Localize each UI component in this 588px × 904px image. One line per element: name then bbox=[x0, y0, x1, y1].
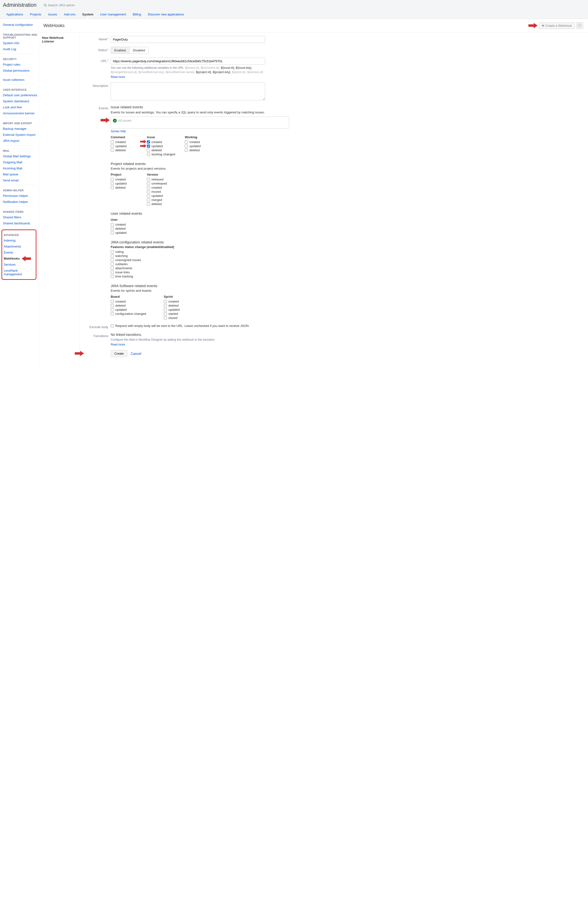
worklog-created-checkbox[interactable]: created bbox=[185, 140, 211, 144]
sidebar-system-info[interactable]: System info bbox=[3, 40, 38, 46]
create-webhook-button[interactable]: ✚ Create a WebHook bbox=[539, 22, 574, 29]
sidebar-notification-helper[interactable]: Notification helper bbox=[3, 199, 38, 205]
sidebar-outgoing-mail[interactable]: Outgoing Mail bbox=[3, 159, 38, 165]
help-button[interactable]: ? bbox=[576, 22, 583, 29]
sidebar: General configuration TROUBLESHOOTING AN… bbox=[0, 19, 39, 368]
admin-search[interactable]: Search JIRA admin bbox=[44, 3, 74, 7]
sidebar-audit-log[interactable]: Audit Log bbox=[3, 46, 38, 52]
sidebar-webhooks[interactable]: WebHooks bbox=[4, 256, 20, 262]
version-deleted-checkbox[interactable]: deleted bbox=[147, 202, 173, 206]
worklog-deleted-checkbox[interactable]: deleted bbox=[185, 148, 211, 152]
feature-issue-links-checkbox[interactable]: issue links bbox=[111, 270, 289, 274]
sidebar-indexing[interactable]: Indexing bbox=[4, 237, 34, 243]
name-input[interactable] bbox=[111, 36, 265, 43]
status-enabled[interactable]: Enabled bbox=[111, 47, 129, 54]
tab-billing[interactable]: Billing bbox=[129, 10, 145, 19]
tab-system[interactable]: System bbox=[79, 10, 97, 19]
project-col-head: Project bbox=[111, 173, 137, 176]
feature-voting-checkbox[interactable]: voting bbox=[111, 250, 289, 254]
sidebar-external-import[interactable]: External System Import bbox=[3, 132, 38, 138]
issue-updated-checkbox[interactable]: updated bbox=[147, 144, 175, 148]
sprint-deleted-checkbox[interactable]: deleted bbox=[164, 303, 190, 308]
sidebar-send-email[interactable]: Send email bbox=[3, 177, 38, 183]
feature-watching-checkbox[interactable]: watching bbox=[111, 254, 289, 258]
sprint-closed-checkbox[interactable]: closed bbox=[164, 316, 190, 320]
cancel-link[interactable]: Cancel bbox=[131, 352, 141, 356]
sidebar-global-permissions[interactable]: Global permissions bbox=[3, 68, 38, 74]
board-config-changed-checkbox[interactable]: configuration changed bbox=[111, 312, 154, 316]
annotation-arrow-icon bbox=[75, 351, 84, 356]
url-read-more-link[interactable]: Read more bbox=[111, 75, 125, 79]
description-textarea[interactable] bbox=[111, 82, 265, 100]
create-button[interactable]: Create bbox=[111, 350, 127, 357]
syntax-help-link[interactable]: Syntax help bbox=[111, 130, 126, 133]
url-input[interactable] bbox=[111, 58, 265, 65]
issue-deleted-checkbox[interactable]: deleted bbox=[147, 148, 175, 152]
jql-wrapper: All issues bbox=[111, 117, 289, 129]
project-updated-checkbox[interactable]: updated bbox=[111, 182, 137, 185]
comment-deleted-checkbox[interactable]: deleted bbox=[111, 148, 137, 152]
version-moved-checkbox[interactable]: moved bbox=[147, 190, 173, 194]
sprint-created-checkbox[interactable]: created bbox=[164, 299, 190, 303]
board-created-checkbox[interactable]: created bbox=[111, 299, 154, 303]
board-column: Board created deleted updated configurat… bbox=[111, 295, 154, 320]
sidebar-incoming-mail[interactable]: Incoming Mail bbox=[3, 165, 38, 171]
version-merged-checkbox[interactable]: merged bbox=[147, 198, 173, 202]
sidebar-jira-import[interactable]: JIRA Import bbox=[3, 138, 38, 144]
jql-input[interactable]: All issues bbox=[111, 117, 289, 129]
admin-tabs: Applications Projects Issues Add-ons Sys… bbox=[0, 10, 588, 19]
sidebar-attachments[interactable]: Attachments bbox=[4, 243, 34, 250]
user-updated-checkbox[interactable]: updated bbox=[111, 231, 137, 235]
version-updated-checkbox[interactable]: updated bbox=[147, 194, 173, 198]
tab-addons[interactable]: Add-ons bbox=[60, 10, 79, 19]
tab-issues[interactable]: Issues bbox=[45, 10, 60, 19]
svg-line-2 bbox=[46, 6, 47, 6]
version-unreleased-checkbox[interactable]: unreleased bbox=[147, 182, 173, 185]
status-disabled[interactable]: Disabled bbox=[129, 47, 148, 54]
annotation-arrow-icon bbox=[101, 117, 110, 123]
board-deleted-checkbox[interactable]: deleted bbox=[111, 303, 154, 308]
sidebar-mail-queue[interactable]: Mail queue bbox=[3, 171, 38, 177]
worklog-col-head: Worklog bbox=[185, 135, 211, 139]
sprint-started-checkbox[interactable]: started bbox=[164, 312, 190, 316]
project-created-checkbox[interactable]: created bbox=[111, 177, 137, 182]
exclude-body-checkbox[interactable]: Request with empty body will be sent to … bbox=[111, 324, 289, 328]
sidebar-announcement-banner[interactable]: Announcement banner bbox=[3, 110, 38, 116]
issue-worklog-changed-checkbox[interactable]: worklog changed bbox=[147, 152, 175, 156]
sidebar-lexorank[interactable]: LexoRank management bbox=[4, 267, 34, 277]
user-created-checkbox[interactable]: created bbox=[111, 223, 137, 226]
sidebar-issue-collectors[interactable]: Issue collectors bbox=[3, 77, 38, 83]
sidebar-system-dashboard[interactable]: System dashboard bbox=[3, 98, 38, 104]
sidebar-default-user-prefs[interactable]: Default user preferences bbox=[3, 92, 38, 98]
sidebar-project-roles[interactable]: Project roles bbox=[3, 62, 38, 68]
tab-discover[interactable]: Discover new applications bbox=[145, 10, 188, 19]
tab-applications[interactable]: Applications bbox=[3, 10, 27, 19]
feature-subtasks-checkbox[interactable]: subtasks bbox=[111, 262, 289, 266]
version-created-checkbox[interactable]: created bbox=[147, 185, 173, 190]
sidebar-general-config[interactable]: General configuration bbox=[3, 22, 38, 28]
feature-attachments-checkbox[interactable]: attachments bbox=[111, 266, 289, 270]
sprint-updated-checkbox[interactable]: updated bbox=[164, 308, 190, 312]
issue-created-checkbox[interactable]: created bbox=[147, 140, 175, 144]
project-deleted-checkbox[interactable]: deleted bbox=[111, 185, 137, 190]
sidebar-shared-dashboards[interactable]: Shared dashboards bbox=[3, 220, 38, 226]
user-deleted-checkbox[interactable]: deleted bbox=[111, 226, 137, 231]
version-released-checkbox[interactable]: released bbox=[147, 177, 173, 182]
sidebar-global-mail[interactable]: Global Mail Settings bbox=[3, 153, 38, 159]
worklog-updated-checkbox[interactable]: updated bbox=[185, 144, 211, 148]
comment-updated-checkbox[interactable]: updated bbox=[111, 144, 137, 148]
tab-user-management[interactable]: User management bbox=[97, 10, 129, 19]
transitions-read-more-link[interactable]: Read more bbox=[111, 343, 125, 346]
feature-time-tracking-checkbox[interactable]: time tracking bbox=[111, 274, 289, 278]
sidebar-permission-helper[interactable]: Permission helper bbox=[3, 193, 38, 199]
comment-created-checkbox[interactable]: created bbox=[111, 140, 137, 144]
status-toggle: Enabled Disabled bbox=[111, 47, 148, 54]
sidebar-events[interactable]: Events bbox=[4, 250, 34, 256]
tab-projects[interactable]: Projects bbox=[27, 10, 45, 19]
sidebar-look-and-feel[interactable]: Look and feel bbox=[3, 104, 38, 110]
sidebar-services[interactable]: Services bbox=[4, 262, 34, 267]
feature-unassigned-checkbox[interactable]: unassigned issues bbox=[111, 258, 289, 262]
board-updated-checkbox[interactable]: updated bbox=[111, 308, 154, 312]
sidebar-shared-filters[interactable]: Shared filters bbox=[3, 214, 38, 220]
sidebar-backup-manager[interactable]: Backup manager bbox=[3, 126, 38, 132]
